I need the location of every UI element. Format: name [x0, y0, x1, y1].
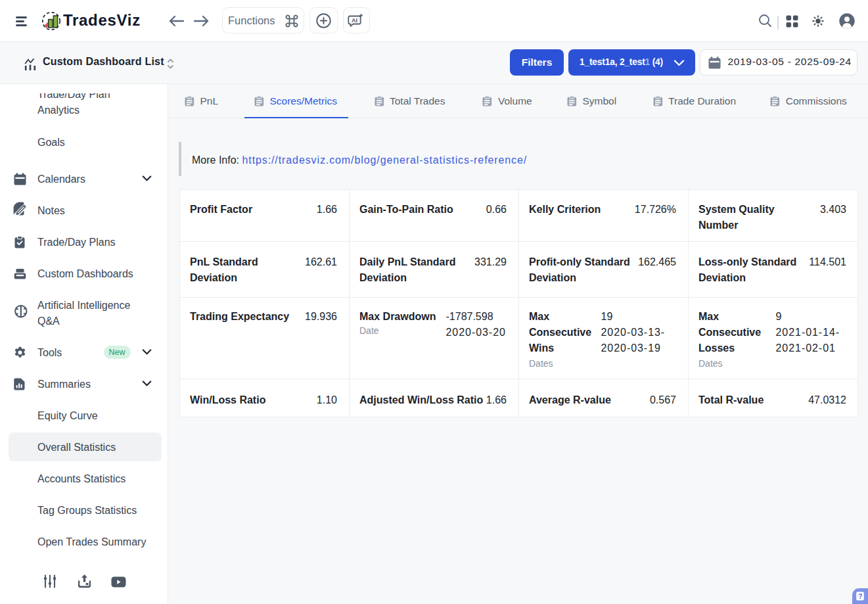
svg-text:AI: AI — [352, 17, 357, 24]
svg-text:?: ? — [858, 592, 862, 600]
